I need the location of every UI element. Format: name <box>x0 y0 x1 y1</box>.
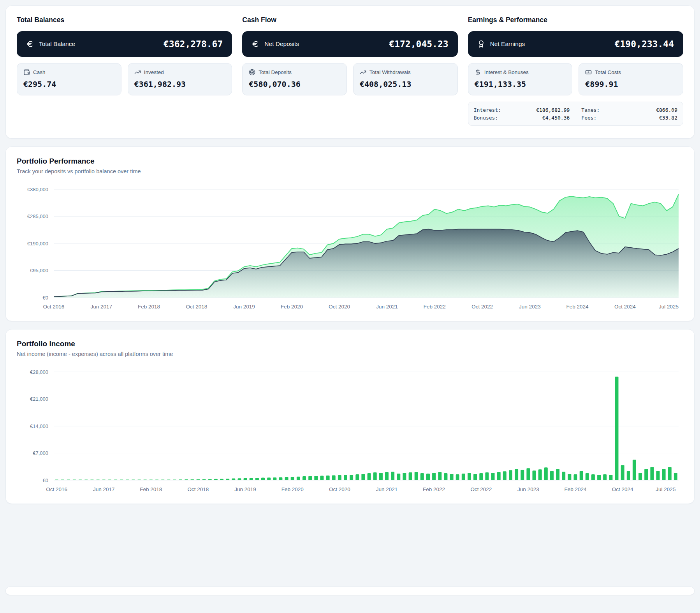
stat-value: €361,982.93 <box>134 79 226 89</box>
breakdown-column-left: Interest: €186,682.99 Bonuses: €4,450.36 <box>474 106 570 122</box>
stat-value: €362,278.67 <box>164 39 223 49</box>
cash-stat: Cash €295.74 <box>17 63 121 95</box>
breakdown-column-right: Taxes: €866.09 Fees: €33.82 <box>581 106 677 122</box>
breakdown-label: Bonuses: <box>474 115 498 121</box>
svg-text:Jun 2021: Jun 2021 <box>376 486 398 492</box>
breakdown-value: €866.09 <box>656 107 677 113</box>
stat-label: Invested <box>144 69 164 75</box>
wallet-icon <box>23 69 30 76</box>
svg-text:Feb 2018: Feb 2018 <box>140 486 162 492</box>
summary-card: Total Balances Total Balance €362,278.67… <box>5 5 695 139</box>
portfolio-income-card: Portfolio Income Net income (income - ex… <box>5 329 695 504</box>
svg-text:Jun 2021: Jun 2021 <box>376 304 398 310</box>
stat-label: Cash <box>33 69 46 75</box>
breakdown-row-interest: Interest: €186,682.99 <box>474 106 570 114</box>
earnings-performance-section: Earnings & Performance Net Earnings €190… <box>468 16 683 126</box>
stat-value: €190,233.44 <box>615 39 674 49</box>
chart-subtitle: Track your deposits vs portfolio balance… <box>17 168 683 174</box>
next-card-partial <box>5 587 695 595</box>
breakdown-value: €33.82 <box>659 115 677 121</box>
svg-text:€95,000: €95,000 <box>30 268 48 273</box>
breakdown-row-fees: Fees: €33.82 <box>581 114 677 122</box>
section-title-cash-flow: Cash Flow <box>242 16 457 24</box>
stat-value: €191,133.35 <box>475 79 566 89</box>
interest-bonuses-stat: Interest & Bonuses €191,133.35 <box>468 63 573 95</box>
earnings-subcards: Interest & Bonuses €191,133.35 Total Cos… <box>468 63 683 95</box>
net-deposits-stat: Net Deposits €172,045.23 <box>242 31 457 57</box>
total-balances-subcards: Cash €295.74 Invested €361,982.93 <box>17 63 232 95</box>
euro-icon <box>26 40 34 48</box>
stat-value: €295.74 <box>23 79 115 89</box>
award-icon <box>477 40 485 48</box>
svg-text:€190,000: €190,000 <box>27 241 48 247</box>
income-bar-chart: €0€7,000€14,000€21,000€28,000Oct 2016Jun… <box>17 366 685 495</box>
total-deposits-stat: Total Deposits €580,070.36 <box>242 63 347 95</box>
breakdown-row-taxes: Taxes: €866.09 <box>581 106 677 114</box>
stat-label: Total Costs <box>595 69 621 75</box>
svg-text:Jun 2019: Jun 2019 <box>233 304 255 310</box>
svg-text:Feb 2024: Feb 2024 <box>566 304 589 310</box>
svg-text:Jun 2019: Jun 2019 <box>234 486 256 492</box>
section-title-earnings: Earnings & Performance <box>468 16 683 24</box>
svg-text:Oct 2018: Oct 2018 <box>186 304 208 310</box>
svg-text:Jun 2023: Jun 2023 <box>519 304 541 310</box>
svg-text:Jun 2017: Jun 2017 <box>91 304 113 310</box>
svg-text:€21,000: €21,000 <box>30 396 48 402</box>
performance-area-chart: €0€95,000€190,000€285,000€380,000Oct 201… <box>17 184 685 312</box>
trending-up-icon <box>134 69 141 76</box>
banknote-icon <box>585 69 592 76</box>
earnings-breakdown: Interest: €186,682.99 Bonuses: €4,450.36… <box>468 102 683 126</box>
stat-value: €172,045.23 <box>389 39 448 49</box>
breakdown-label: Interest: <box>474 107 501 113</box>
stat-value: €580,070.36 <box>249 79 340 89</box>
stat-value: €899.91 <box>585 79 677 89</box>
svg-text:Feb 2022: Feb 2022 <box>423 486 445 492</box>
svg-text:Feb 2018: Feb 2018 <box>138 304 160 310</box>
svg-text:€285,000: €285,000 <box>27 213 48 219</box>
svg-text:Jul 2025: Jul 2025 <box>656 486 675 492</box>
trending-up-icon <box>360 69 366 76</box>
svg-text:€7,000: €7,000 <box>33 450 48 456</box>
chart-subtitle: Net income (income - expenses) across al… <box>17 351 683 357</box>
svg-text:Oct 2022: Oct 2022 <box>471 304 493 310</box>
breakdown-label: Taxes: <box>581 107 600 113</box>
svg-text:Feb 2022: Feb 2022 <box>424 304 446 310</box>
stat-label: Net Earnings <box>490 41 525 48</box>
stat-label: Net Deposits <box>264 41 299 48</box>
stat-value: €408,025.13 <box>360 79 451 89</box>
svg-text:Jul 2025: Jul 2025 <box>659 304 679 310</box>
net-earnings-stat: Net Earnings €190,233.44 <box>468 31 683 57</box>
breakdown-row-bonuses: Bonuses: €4,450.36 <box>474 114 570 122</box>
total-balance-stat: Total Balance €362,278.67 <box>17 31 232 57</box>
svg-text:Oct 2022: Oct 2022 <box>470 486 492 492</box>
total-withdrawals-stat: Total Withdrawals €408,025.13 <box>353 63 458 95</box>
breakdown-label: Fees: <box>581 115 596 121</box>
stat-label: Interest & Bonuses <box>484 69 529 75</box>
svg-text:Feb 2024: Feb 2024 <box>564 486 587 492</box>
stat-label: Total Balance <box>39 41 75 48</box>
total-costs-stat: Total Costs €899.91 <box>579 63 683 95</box>
portfolio-performance-card: Portfolio Performance Track your deposit… <box>5 146 695 321</box>
svg-text:€14,000: €14,000 <box>30 423 48 429</box>
svg-text:€28,000: €28,000 <box>30 369 48 375</box>
svg-text:Feb 2020: Feb 2020 <box>281 304 303 310</box>
section-title-total-balances: Total Balances <box>17 16 232 24</box>
svg-text:Oct 2016: Oct 2016 <box>46 486 67 492</box>
euro-icon <box>252 40 259 48</box>
chart-title: Portfolio Performance <box>17 157 683 166</box>
svg-text:Oct 2018: Oct 2018 <box>188 486 209 492</box>
svg-text:Feb 2020: Feb 2020 <box>281 486 304 492</box>
chart-title: Portfolio Income <box>17 340 683 348</box>
target-icon <box>249 69 255 76</box>
cash-flow-subcards: Total Deposits €580,070.36 Total Withdra… <box>242 63 457 95</box>
svg-text:Oct 2020: Oct 2020 <box>329 486 350 492</box>
svg-text:Oct 2024: Oct 2024 <box>614 304 636 310</box>
svg-text:€380,000: €380,000 <box>27 187 48 192</box>
cash-flow-section: Cash Flow Net Deposits €172,045.23 Total… <box>242 16 457 126</box>
svg-text:Oct 2024: Oct 2024 <box>612 486 633 492</box>
stat-label: Total Deposits <box>259 69 292 75</box>
breakdown-value: €186,682.99 <box>536 107 570 113</box>
svg-text:€0: €0 <box>43 477 48 483</box>
svg-text:Oct 2020: Oct 2020 <box>329 304 350 310</box>
svg-text:Oct 2016: Oct 2016 <box>43 304 65 310</box>
